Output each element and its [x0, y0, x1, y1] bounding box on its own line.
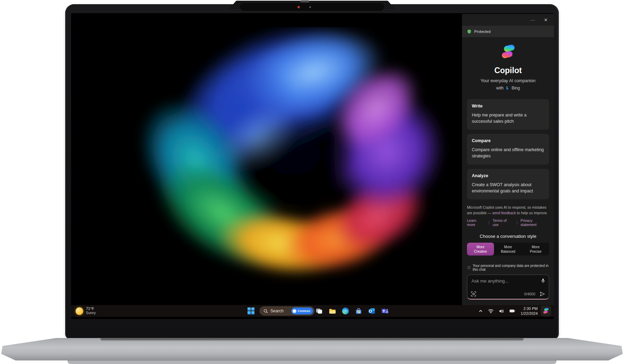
tray-chevron-button[interactable]: [477, 308, 484, 314]
clock-widget[interactable]: 2:30 PM 1/22/2024: [521, 306, 538, 316]
file-explorer-button[interactable]: [328, 306, 337, 316]
search-icon: [263, 309, 268, 313]
suggestion-card-compare[interactable]: Compare Compare online and offline marke…: [467, 134, 549, 164]
terms-of-use-link[interactable]: Terms of use: [493, 218, 513, 227]
char-counter: 0/4000: [524, 292, 535, 296]
copilot-logo-icon: [542, 307, 550, 315]
card-body: Create a SWOT analysis about environment…: [472, 182, 544, 194]
battery-icon: [509, 309, 515, 313]
copilot-panel: ··· ✕ Protected Copilot Your everyday AI…: [462, 14, 554, 305]
camera-led: [297, 6, 300, 8]
card-body: Help me prepare and write a successful s…: [472, 112, 544, 124]
privacy-shield-icon: [467, 266, 470, 270]
bing-logo-icon: [505, 86, 510, 90]
teams-icon: [381, 307, 389, 315]
visual-search-button[interactable]: [471, 291, 476, 297]
protected-banner: Protected: [462, 26, 554, 37]
keyboard-gap: [101, 337, 523, 341]
contoso-logo-icon: [293, 309, 296, 313]
file-explorer-icon: [328, 307, 336, 315]
copilot-logo: [499, 43, 518, 61]
divider: [517, 221, 517, 225]
clock-date: 1/22/2024: [521, 311, 538, 316]
search-placeholder: Search: [270, 309, 289, 313]
wifi-icon: [488, 309, 494, 313]
privacy-statement-link[interactable]: Privacy statement: [520, 218, 549, 227]
ai-disclaimer: Microsoft Copilot uses AI to respond, so…: [467, 205, 549, 216]
camera-tab: [300, 0, 309, 2]
divider: [489, 221, 489, 225]
speaker-icon: [499, 309, 504, 313]
card-title: Write: [472, 104, 544, 109]
card-body: Compare online and offline marketing str…: [472, 147, 544, 159]
style-more-creative[interactable]: More Creative: [467, 243, 494, 255]
copilot-taskbar-button[interactable]: [541, 306, 551, 316]
suggestion-card-write[interactable]: Write Help me prepare and write a succes…: [467, 99, 549, 130]
card-title: Compare: [472, 138, 544, 143]
style-more-balanced[interactable]: More Balanced: [495, 243, 522, 255]
style-more-precise[interactable]: More Precise: [522, 243, 549, 255]
visual-search-icon: [471, 291, 476, 297]
chevron-up-icon: [478, 309, 483, 313]
panel-titlebar: ··· ✕: [462, 14, 554, 26]
wallpaper-bloom-image: [109, 27, 511, 311]
contoso-badge[interactable]: Contoso: [291, 307, 313, 314]
panel-subtitle: Your everyday AI companion: [462, 78, 554, 83]
conversation-style-heading: Choose a conversation style: [462, 234, 554, 239]
learn-more-link[interactable]: Learn more: [467, 218, 485, 227]
edge-button[interactable]: [341, 306, 350, 316]
start-button[interactable]: [246, 306, 255, 315]
microsoft-store-button[interactable]: [354, 306, 363, 316]
taskbar: 71°F Sunny: [71, 305, 554, 317]
card-title: Analyze: [472, 173, 544, 178]
microsoft-store-icon: [355, 307, 363, 315]
panel-title: Copilot: [462, 66, 554, 75]
sunny-weather-icon: [76, 307, 83, 315]
teams-button[interactable]: [380, 306, 390, 316]
weather-widget[interactable]: 71°F Sunny: [76, 306, 96, 315]
more-options-icon[interactable]: ···: [530, 18, 535, 22]
with-bing-row: with Bing: [462, 86, 554, 90]
protected-label: Protected: [474, 29, 491, 34]
chat-input-box: 0/4000: [467, 275, 549, 300]
search-box[interactable]: Search Contoso: [260, 306, 314, 315]
volume-button[interactable]: [498, 308, 505, 314]
laptop-mockup: 71°F Sunny: [0, 0, 624, 364]
clock-time: 2:30 PM: [521, 306, 538, 311]
wifi-button[interactable]: [487, 307, 495, 314]
outlook-button[interactable]: [367, 306, 376, 316]
outlook-icon: [368, 307, 376, 315]
privacy-note-row: Your personal and company data are prote…: [467, 264, 549, 271]
send-icon: [539, 291, 545, 297]
laptop-screen: 71°F Sunny: [71, 13, 554, 319]
close-icon[interactable]: ✕: [544, 18, 548, 22]
microphone-button[interactable]: [540, 278, 546, 285]
battery-button[interactable]: [508, 308, 516, 314]
edge-browser-icon: [341, 307, 349, 315]
webcam-lens: [309, 6, 311, 8]
laptop-base-foot: [68, 361, 556, 364]
suggestion-card-analyze[interactable]: Analyze Create a SWOT analysis about env…: [467, 169, 549, 199]
microphone-icon: [540, 278, 546, 284]
task-view-button[interactable]: [314, 306, 324, 316]
chat-input[interactable]: [471, 278, 536, 289]
weather-condition: Sunny: [86, 311, 96, 315]
shield-icon: [467, 29, 471, 34]
privacy-note: Your personal and company data are prote…: [473, 264, 549, 271]
weather-temperature: 71°F: [86, 306, 96, 311]
conversation-style-group: More Creative More Balanced More Precise: [467, 243, 549, 255]
camera-strip: [240, 3, 384, 11]
windows-logo-icon: [248, 307, 254, 314]
task-view-icon: [315, 307, 323, 315]
send-button[interactable]: [539, 291, 545, 297]
send-feedback-link[interactable]: send feedback: [492, 211, 516, 215]
